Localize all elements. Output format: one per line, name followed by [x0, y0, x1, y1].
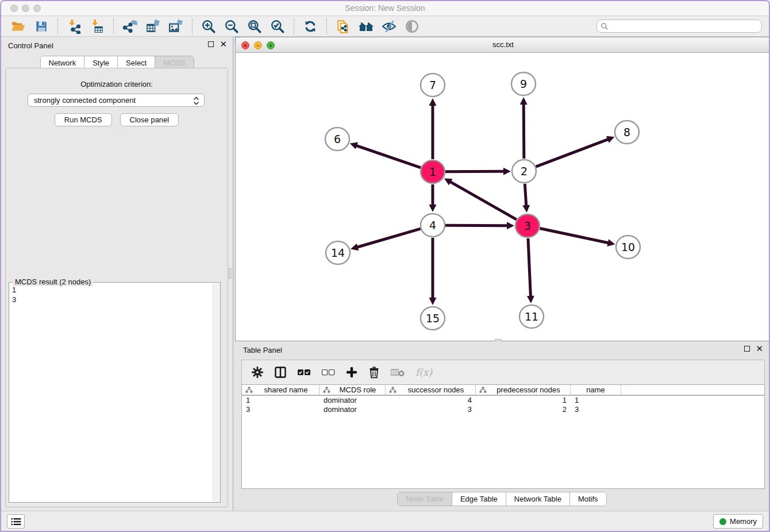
deselect-all-columns-icon[interactable] — [321, 368, 335, 376]
edge-3-11[interactable] — [528, 238, 531, 297]
save-session-icon[interactable] — [30, 18, 53, 35]
export-image-icon[interactable] — [164, 18, 187, 35]
network-view-frame: ✕ − + scc.txt 7968124314101511 — [235, 37, 770, 341]
graph-node-label: 10 — [621, 241, 635, 253]
memory-status-icon — [719, 518, 726, 525]
edge-4-3[interactable] — [445, 225, 508, 226]
graph-node-label: 1 — [429, 165, 436, 178]
task-history-button[interactable] — [7, 514, 25, 529]
result-line: 3 — [12, 295, 209, 304]
delete-column-trash-icon[interactable] — [368, 366, 380, 379]
edge-arrowhead — [429, 298, 437, 305]
search-icon — [600, 22, 609, 30]
column-header-shared-name[interactable]: shared name — [242, 385, 319, 395]
node-table[interactable]: shared nameMCDS rolesuccessor nodesprede… — [241, 384, 765, 489]
create-column-icon[interactable] — [345, 366, 358, 379]
window-title: Session: New Session — [1, 3, 769, 13]
optimization-criterion-value: strongly connected component — [34, 96, 136, 105]
graph-node-label: 8 — [623, 126, 630, 138]
table-cell[interactable]: 1 — [242, 396, 319, 405]
import-table-icon[interactable] — [86, 18, 109, 35]
mcds-result-box: MCDS result (2 nodes) 1 3 — [9, 282, 221, 503]
table-cell[interactable]: 3 — [386, 405, 476, 414]
control-panel: Control Panel ✕ Network Style Select MCD… — [1, 37, 233, 511]
mcds-result-text[interactable]: 1 3 — [9, 284, 212, 502]
table-cell[interactable]: 1 — [476, 396, 571, 405]
control-panel-title: Control Panel — [8, 41, 53, 50]
close-table-panel-icon[interactable]: ✕ — [756, 346, 763, 352]
open-session-icon[interactable] — [7, 18, 30, 35]
edge-2-8[interactable] — [536, 139, 609, 167]
table-cell[interactable]: dominator — [319, 396, 386, 405]
zoom-selected-icon[interactable] — [266, 18, 289, 35]
delete-table-icon — [390, 367, 405, 377]
export-table-icon[interactable] — [141, 18, 164, 35]
search-container — [596, 20, 762, 33]
edge-1-2[interactable] — [445, 171, 505, 172]
float-panel-icon[interactable] — [208, 41, 214, 47]
import-network-icon[interactable] — [63, 18, 86, 35]
graph-node-label: 3 — [524, 219, 531, 232]
table-settings-gear-icon[interactable] — [251, 366, 264, 379]
search-input[interactable] — [596, 20, 762, 33]
edge-arrowhead — [429, 205, 437, 212]
table-panel: Table Panel ✕ — [235, 341, 769, 511]
toolbar-separator — [192, 18, 192, 34]
network-frame-titlebar[interactable]: ✕ − + scc.txt — [236, 37, 770, 53]
optimization-criterion-select[interactable]: strongly connected component — [28, 94, 205, 107]
graph-node-label: 15 — [426, 312, 440, 325]
table-cell[interactable]: 2 — [476, 405, 571, 414]
zoom-fit-icon[interactable] — [243, 18, 266, 35]
column-header-MCDS-role[interactable]: MCDS role — [319, 385, 386, 395]
edge-2-9[interactable] — [523, 103, 524, 159]
preview-eye-icon[interactable] — [401, 18, 424, 35]
toolbar-separator — [113, 18, 114, 34]
show-columns-icon[interactable] — [274, 366, 287, 379]
zoom-out-icon[interactable] — [220, 18, 243, 35]
network-frame-title: scc.txt — [236, 40, 770, 49]
edge-2-3[interactable] — [525, 184, 526, 206]
float-table-panel-icon[interactable] — [744, 346, 750, 352]
close-panel-icon[interactable]: ✕ — [220, 41, 227, 47]
edge-arrowhead — [351, 244, 359, 250]
export-network-icon[interactable] — [118, 18, 141, 35]
table-cell[interactable]: dominator — [319, 405, 386, 414]
toolbar-separator — [294, 18, 294, 34]
main-toolbar — [1, 17, 769, 37]
table-row[interactable]: 1dominator411 — [242, 396, 764, 405]
edge-3-10[interactable] — [540, 229, 609, 243]
table-tabs: Node Table Edge Table Network Table Moti… — [397, 492, 606, 506]
tab-network-table[interactable]: Network Table — [506, 492, 570, 506]
network-graph[interactable]: 7968124314101511 — [236, 53, 770, 341]
run-mcds-button[interactable]: Run MCDS — [55, 113, 112, 126]
clone-network-icon[interactable] — [332, 18, 355, 35]
tab-node-table[interactable]: Node Table — [398, 492, 452, 506]
graph-node-label: 6 — [334, 133, 341, 145]
home-icon[interactable] — [355, 18, 378, 35]
network-canvas[interactable]: 7968124314101511 — [236, 53, 770, 341]
table-row[interactable]: 3dominator323 — [242, 405, 764, 414]
table-toolbar: f(x) — [241, 360, 765, 384]
table-cell[interactable]: 1 — [571, 396, 621, 405]
edge-arrowhead — [607, 239, 615, 246]
list-icon — [11, 518, 21, 526]
column-header-predecessor-nodes[interactable]: predecessor nodes — [476, 385, 571, 395]
close-panel-button[interactable]: Close panel — [120, 113, 179, 126]
apply-layout-icon[interactable] — [299, 18, 322, 35]
result-scrollbar[interactable] — [213, 283, 220, 502]
tab-motifs[interactable]: Motifs — [570, 492, 606, 506]
show-hide-panels-icon[interactable] — [378, 18, 401, 35]
column-header-name[interactable]: name — [571, 385, 621, 395]
column-header-successor-nodes[interactable]: successor nodes — [386, 385, 476, 395]
edge-4-14[interactable] — [357, 229, 421, 247]
panel-divider-grip[interactable] — [229, 268, 234, 279]
tab-edge-table[interactable]: Edge Table — [452, 492, 506, 506]
zoom-in-icon[interactable] — [197, 18, 220, 35]
edge-1-6[interactable] — [356, 145, 421, 168]
table-cell[interactable]: 3 — [571, 405, 621, 414]
table-cell[interactable]: 3 — [242, 405, 319, 414]
memory-button[interactable]: Memory — [713, 514, 763, 529]
edge-3-1[interactable] — [450, 182, 517, 219]
table-cell[interactable]: 4 — [386, 396, 476, 405]
select-all-columns-icon[interactable] — [297, 368, 311, 376]
